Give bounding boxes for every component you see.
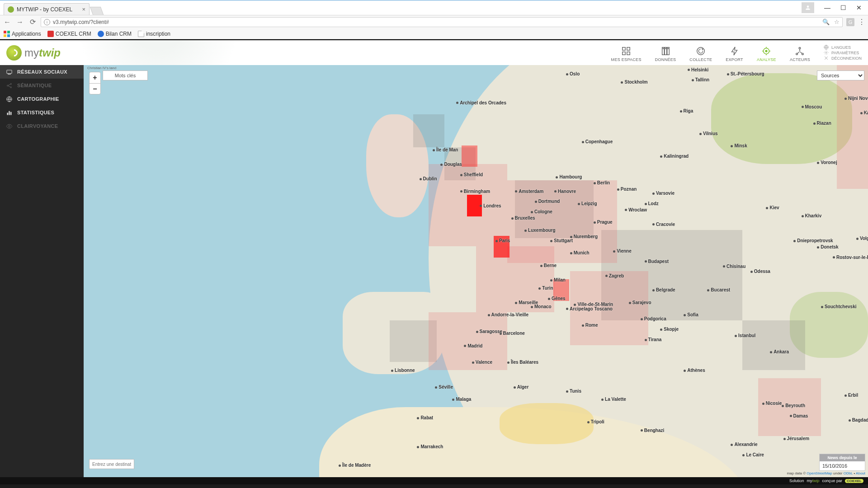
city-label: Île de Madère (339, 463, 371, 468)
footer-brand: mytwip (807, 479, 820, 483)
bars-icon (5, 109, 13, 116)
city-label: Rostov-sur-le-Don (833, 255, 868, 260)
city-label: Vilnius (699, 131, 718, 136)
sources-select[interactable]: Sources (817, 70, 864, 80)
city-label: Marrakech (417, 444, 443, 449)
bookmark-star-icon[interactable]: ☆ (834, 19, 840, 25)
city-label: Athènes (684, 368, 705, 373)
city-label: Kharkiv (802, 213, 822, 218)
svg-rect-26 (10, 112, 12, 115)
sidebar-item-cartographie[interactable]: CARTOGRAPHIE (0, 92, 84, 106)
city-label: Rome (582, 323, 598, 328)
city-label: Bruxelles (511, 216, 535, 221)
city-label: Volgograd (856, 236, 868, 241)
about-link[interactable]: About (856, 471, 865, 475)
city-label: Skopje (660, 327, 679, 332)
destination-input[interactable] (89, 459, 134, 469)
city-label: Helsinki (688, 67, 708, 72)
eye-icon (5, 122, 13, 130)
city-label: Ankara (770, 349, 789, 354)
city-label: Malaga (452, 397, 471, 402)
city-label: Bagdad (849, 418, 868, 422)
map[interactable]: OsloStockholmHelsinkiTallinnSt.-Pétersbo… (84, 65, 868, 477)
window-minimize-icon[interactable]: — (824, 4, 830, 11)
city-label: Erbil (844, 393, 858, 398)
svg-point-20 (7, 85, 8, 86)
nav-forward-icon[interactable]: → (15, 18, 24, 26)
city-label: Madrid (464, 343, 482, 348)
refresh-icon (694, 46, 708, 56)
city-label: Kazan (860, 110, 868, 115)
sidebar-item-statistiques[interactable]: STATISTIQUES (0, 106, 84, 119)
news-since-date-input[interactable] (820, 461, 865, 470)
city-label: Hambourg (556, 174, 582, 179)
city-label: Souchtchevski (821, 304, 857, 309)
svg-rect-19 (8, 73, 10, 74)
profile-icon[interactable] (802, 2, 814, 13)
nav-reload-icon[interactable]: ⟳ (28, 18, 37, 26)
city-label: Andorre-la-Vieille (488, 312, 529, 317)
window-close-icon[interactable]: ✕ (856, 4, 862, 11)
nav-analyse[interactable]: ANALYSE (757, 46, 776, 62)
nav-donnees[interactable]: DONNÉES (655, 46, 676, 62)
sidebar-item-reseaux-sociaux[interactable]: RÉSEAUX SOCIAUX (0, 65, 84, 79)
svg-point-12 (766, 50, 768, 52)
new-tab-button[interactable] (90, 7, 104, 15)
extension-icon[interactable]: G (846, 18, 854, 26)
nav-export[interactable]: EXPORT (726, 46, 743, 62)
link-langues[interactable]: LANGUES (824, 45, 862, 50)
nav-collecte[interactable]: COLLECTE (689, 46, 712, 62)
city-label: Stuttgart (550, 238, 573, 243)
city-label: Cracovie (652, 222, 675, 227)
nav-mes-espaces[interactable]: MES ESPACES (611, 46, 642, 62)
zoom-control: + − (89, 72, 101, 94)
city-label: Damas (790, 413, 808, 418)
nav-back-icon[interactable]: ← (3, 18, 12, 26)
zoom-out-button[interactable]: − (90, 83, 100, 94)
browser-tab[interactable]: MYTWIP - by COEXEL × (4, 3, 90, 15)
link-deconnexion[interactable]: DÉCONNEXION (824, 56, 862, 61)
city-label: Riga (680, 108, 693, 113)
city-label: Dniepropetrovsk (793, 238, 833, 243)
city-label: Arcipelago Toscano (566, 306, 613, 311)
osm-link[interactable]: OpenStreetMap (807, 471, 832, 475)
city-label: Le Caire (742, 452, 764, 457)
logo-text: mytwip (24, 47, 61, 59)
city-label: Bucarest (707, 287, 730, 292)
browser-menu-icon[interactable]: ⋮ (858, 18, 865, 26)
city-label: Prague (594, 220, 613, 225)
city-label: St.-Pétersbourg (727, 71, 764, 76)
city-label: Zagreb (605, 273, 624, 278)
tab-title: MYTWIP - by COEXEL (17, 6, 72, 13)
app-header: mytwip MES ESPACES DONNÉES COLLECTE EXPO… (0, 40, 868, 65)
bookmark-bilan-crm[interactable]: Bilan CRM (98, 31, 132, 37)
site-info-icon[interactable]: i (44, 19, 50, 25)
city-label: Sheffield (460, 172, 483, 177)
city-label: Poznan (617, 187, 637, 192)
link-parametres[interactable]: PARAMÈTRES (824, 50, 862, 55)
app-body: RÉSEAUX SOCIAUX SÉMANTIQUE CARTOGRAPHIE … (0, 65, 868, 477)
keywords-button[interactable]: Mots clés (103, 70, 148, 80)
footer: Solution mytwip conçue par COEXEL (0, 477, 868, 484)
city-label: Archipel des Orcades (456, 100, 506, 105)
url-field[interactable]: i v3.mytwip.com/?client# 🔍 ☆ (41, 17, 843, 27)
bookmark-inscription[interactable]: inscription (138, 31, 170, 37)
svg-point-10 (697, 47, 705, 55)
city-label: Kiev (766, 205, 779, 210)
bookmark-coexel-crm[interactable]: COEXEL CRM (47, 31, 91, 37)
svg-point-9 (668, 48, 668, 48)
zoom-icon[interactable]: 🔍 (822, 19, 830, 25)
zoom-in-button[interactable]: + (90, 72, 100, 83)
logo[interactable]: mytwip (6, 45, 61, 61)
nav-acteurs[interactable]: ACTEURS (790, 46, 810, 62)
svg-rect-1 (627, 47, 630, 50)
odbl-link[interactable]: ODbL (844, 471, 853, 475)
top-right-links: LANGUES PARAMÈTRES DÉCONNEXION (824, 45, 862, 61)
city-label: Minsk (731, 143, 747, 148)
bookmark-applications[interactable]: Applications (4, 31, 41, 37)
database-icon (659, 46, 672, 56)
tab-close-icon[interactable]: × (82, 6, 85, 13)
window-maximize-icon[interactable]: ☐ (840, 4, 846, 11)
window-titlebar: MYTWIP - by COEXEL × — ☐ ✕ (0, 0, 868, 15)
city-label: Munich (570, 250, 590, 255)
